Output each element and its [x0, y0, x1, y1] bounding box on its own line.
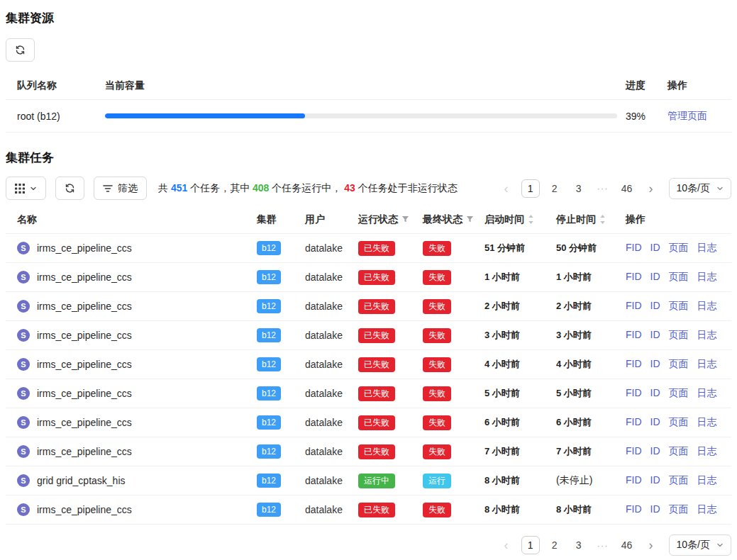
- col-current-capacity: 当前容量: [105, 79, 626, 92]
- final-status-badge: 失败: [423, 415, 451, 430]
- user-name: datalake: [305, 504, 358, 515]
- column-sorter-icon[interactable]: [528, 214, 534, 225]
- cluster-tag: b12: [257, 474, 281, 488]
- refresh-icon: [15, 45, 26, 55]
- pagination-page-2[interactable]: 2: [545, 536, 564, 554]
- page-size-value: 10条/页: [677, 182, 710, 195]
- task-row: S irms_ce_pipeline_ccs b12 datalake 已失败 …: [6, 350, 731, 379]
- action-log-link[interactable]: 日志: [697, 387, 717, 400]
- spark-avatar: S: [17, 358, 30, 371]
- action-fid-link[interactable]: FID: [626, 416, 642, 429]
- action-fid-link[interactable]: FID: [626, 503, 642, 516]
- page: 集群资源 队列名称 当前容量 进度 操作 root (b12): [0, 0, 737, 560]
- layout-grid-button[interactable]: [6, 177, 46, 200]
- action-fid-link[interactable]: FID: [626, 445, 642, 458]
- capacity-progress-fill: [105, 113, 305, 118]
- filter-funnel-icon[interactable]: [466, 215, 474, 223]
- action-page-link[interactable]: 页面: [669, 271, 689, 284]
- row-actions: FIDID页面日志: [626, 329, 731, 342]
- action-id-link[interactable]: ID: [650, 271, 660, 284]
- action-fid-link[interactable]: FID: [626, 358, 642, 371]
- action-id-link[interactable]: ID: [650, 416, 660, 429]
- action-log-link[interactable]: 日志: [697, 503, 717, 516]
- start-time: 6 小时前: [484, 416, 556, 429]
- pagination-page-46[interactable]: 46: [618, 536, 636, 554]
- row-actions: FIDID页面日志: [626, 503, 731, 516]
- action-id-link[interactable]: ID: [650, 242, 660, 254]
- action-log-link[interactable]: 日志: [697, 300, 717, 313]
- action-page-link[interactable]: 页面: [669, 242, 689, 254]
- action-id-link[interactable]: ID: [650, 329, 660, 342]
- user-name: datalake: [305, 301, 358, 312]
- action-page-link[interactable]: 页面: [669, 358, 689, 371]
- pagination-prev-button[interactable]: ‹: [497, 536, 516, 554]
- action-log-link[interactable]: 日志: [697, 416, 717, 429]
- spark-avatar: S: [17, 329, 30, 342]
- action-page-link[interactable]: 页面: [669, 387, 689, 400]
- manage-page-link[interactable]: 管理页面: [667, 110, 707, 121]
- start-time: 8 小时前: [484, 474, 556, 487]
- action-log-link[interactable]: 日志: [697, 242, 717, 254]
- action-id-link[interactable]: ID: [650, 300, 660, 313]
- action-log-link[interactable]: 日志: [697, 329, 717, 342]
- pagination-page-2[interactable]: 2: [545, 179, 564, 198]
- action-fid-link[interactable]: FID: [626, 300, 642, 313]
- run-status-badge: 已失败: [358, 357, 395, 372]
- pagination-page-3[interactable]: 3: [570, 179, 588, 198]
- pagination-page-3[interactable]: 3: [570, 536, 588, 554]
- pagination-page-1[interactable]: 1: [521, 536, 540, 554]
- final-status-badge: 失败: [423, 444, 451, 459]
- action-id-link[interactable]: ID: [650, 445, 660, 458]
- summary-text: 个任务运行中，: [269, 182, 344, 194]
- pagination-page-1[interactable]: 1: [521, 179, 540, 198]
- action-log-link[interactable]: 日志: [697, 474, 717, 487]
- page-size-select[interactable]: 10条/页: [669, 178, 731, 199]
- progress-percent: 39%: [626, 111, 663, 122]
- action-fid-link[interactable]: FID: [626, 474, 642, 487]
- grid-icon: [15, 184, 25, 194]
- tasks-table-header: 名称 集群 用户 运行状态 最终状态 启动时间: [6, 206, 731, 234]
- pagination-next-button[interactable]: ›: [642, 536, 660, 554]
- final-status-badge: 失败: [423, 357, 451, 372]
- action-log-link[interactable]: 日志: [697, 445, 717, 458]
- stop-time: 8 小时前: [556, 503, 626, 516]
- action-page-link[interactable]: 页面: [669, 300, 689, 313]
- action-page-link[interactable]: 页面: [669, 474, 689, 487]
- pagination-ellipsis[interactable]: ···: [594, 536, 612, 554]
- final-status-badge: 失败: [423, 386, 451, 401]
- user-name: datalake: [305, 271, 358, 283]
- page-size-select[interactable]: 10条/页: [669, 534, 731, 556]
- spark-avatar: S: [17, 416, 30, 429]
- action-fid-link[interactable]: FID: [626, 242, 642, 254]
- action-id-link[interactable]: ID: [650, 503, 660, 516]
- action-page-link[interactable]: 页面: [669, 503, 689, 516]
- action-fid-link[interactable]: FID: [626, 387, 642, 400]
- action-fid-link[interactable]: FID: [626, 329, 642, 342]
- action-log-link[interactable]: 日志: [697, 358, 717, 371]
- spark-avatar: S: [17, 271, 30, 284]
- tasks-refresh-button[interactable]: [55, 177, 84, 200]
- action-log-link[interactable]: 日志: [697, 271, 717, 284]
- action-id-link[interactable]: ID: [650, 387, 660, 400]
- final-status-badge: 失败: [423, 299, 451, 314]
- chevron-down-icon: [716, 185, 724, 192]
- pagination-prev-button[interactable]: ‹: [497, 179, 516, 198]
- action-id-link[interactable]: ID: [650, 474, 660, 487]
- filter-funnel-icon[interactable]: [401, 215, 409, 223]
- filter-button[interactable]: 筛选: [94, 177, 147, 200]
- action-fid-link[interactable]: FID: [626, 271, 642, 284]
- action-page-link[interactable]: 页面: [669, 329, 689, 342]
- action-page-link[interactable]: 页面: [669, 445, 689, 458]
- pagination-page-46[interactable]: 46: [618, 179, 636, 198]
- stop-time: 6 小时前: [556, 416, 626, 429]
- tasks-summary: 共 451 个任务，其中 408 个任务运行中， 43 个任务处于非运行状态: [158, 182, 458, 195]
- resources-refresh-button[interactable]: [6, 38, 35, 62]
- final-status-badge: 运行: [423, 474, 451, 488]
- action-page-link[interactable]: 页面: [669, 416, 689, 429]
- action-id-link[interactable]: ID: [650, 358, 660, 371]
- pagination-ellipsis[interactable]: ···: [594, 179, 612, 198]
- pagination-next-button[interactable]: ›: [642, 179, 660, 198]
- row-actions: FIDID页面日志: [626, 242, 731, 254]
- chevron-down-icon: [716, 542, 724, 549]
- column-sorter-icon[interactable]: [599, 214, 606, 225]
